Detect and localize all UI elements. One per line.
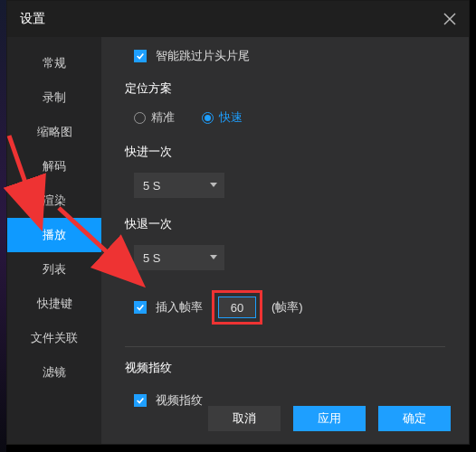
video-fingerprint-label: 视频指纹 <box>156 392 203 409</box>
fast-forward-select[interactable]: 5 S <box>134 173 224 198</box>
positioning-radio-precise-label: 精准 <box>151 109 175 126</box>
footer-buttons: 取消 应用 确定 <box>208 406 451 431</box>
window-title: 设置 <box>20 11 45 27</box>
fast-backward-section: 快退一次 5 S 插入帧率 60 (帧率) <box>125 216 445 328</box>
fast-backward-title: 快退一次 <box>125 216 445 232</box>
settings-window: 设置 常规 录制 缩略图 解码 渲染 播放 列表 快捷键 文件关联 滤镜 智能跳… <box>6 0 470 445</box>
check-icon <box>136 52 145 61</box>
positioning-section: 定位方案 精准 快速 <box>125 80 445 126</box>
sidebar-item-fileassoc[interactable]: 文件关联 <box>7 321 101 355</box>
positioning-radio-fast-label: 快速 <box>219 109 243 126</box>
sidebar-item-playback[interactable]: 播放 <box>7 218 101 252</box>
sidebar-item-render[interactable]: 渲染 <box>7 184 101 218</box>
titlebar: 设置 <box>7 1 469 37</box>
chevron-down-icon <box>210 183 217 187</box>
sidebar-item-list[interactable]: 列表 <box>7 252 101 287</box>
check-icon <box>136 303 145 312</box>
chevron-down-icon <box>210 255 217 259</box>
insert-fps-label: 插入帧率 <box>156 299 203 315</box>
fast-forward-value: 5 S <box>143 179 161 193</box>
insert-fps-highlight: 60 <box>212 290 262 325</box>
ok-button[interactable]: 确定 <box>378 406 451 431</box>
skip-intro-label: 智能跳过片头片尾 <box>156 48 250 64</box>
sidebar-item-decode[interactable]: 解码 <box>7 149 101 184</box>
fast-backward-select[interactable]: 5 S <box>134 245 224 270</box>
positioning-radio-group: 精准 快速 <box>134 109 445 126</box>
close-icon[interactable] <box>442 11 458 27</box>
window-left-edge <box>0 0 6 452</box>
apply-button[interactable]: 应用 <box>293 406 366 431</box>
insert-fps-checkbox[interactable] <box>134 301 147 314</box>
radio-icon <box>202 112 214 124</box>
radio-icon <box>134 112 146 124</box>
positioning-radio-precise[interactable]: 精准 <box>134 109 175 126</box>
insert-fps-row: 插入帧率 60 (帧率) <box>134 287 445 328</box>
divider <box>125 346 445 347</box>
check-icon <box>136 396 145 405</box>
sidebar-item-hotkeys[interactable]: 快捷键 <box>7 287 101 321</box>
content-panel: 智能跳过片头片尾 定位方案 精准 快速 快进一次 <box>101 37 469 444</box>
cancel-button[interactable]: 取消 <box>208 406 281 431</box>
fast-forward-title: 快进一次 <box>125 144 445 160</box>
video-fingerprint-checkbox[interactable] <box>134 394 147 407</box>
positioning-title: 定位方案 <box>125 80 445 97</box>
insert-fps-input[interactable]: 60 <box>218 297 256 318</box>
sidebar-item-general[interactable]: 常规 <box>7 46 101 80</box>
sidebar-item-record[interactable]: 录制 <box>7 80 101 115</box>
skip-intro-checkbox[interactable] <box>134 50 147 62</box>
insert-fps-unit: (帧率) <box>271 299 303 315</box>
sidebar: 常规 录制 缩略图 解码 渲染 播放 列表 快捷键 文件关联 滤镜 <box>7 37 101 444</box>
skip-intro-outro-row: 智能跳过片头片尾 <box>134 44 445 68</box>
video-fingerprint-title: 视频指纹 <box>125 360 445 376</box>
positioning-radio-fast[interactable]: 快速 <box>202 109 243 126</box>
sidebar-item-filter[interactable]: 滤镜 <box>7 355 101 390</box>
window-body: 常规 录制 缩略图 解码 渲染 播放 列表 快捷键 文件关联 滤镜 智能跳过片头… <box>7 37 469 444</box>
sidebar-item-thumbnail[interactable]: 缩略图 <box>7 115 101 149</box>
fast-backward-value: 5 S <box>143 251 161 265</box>
fast-forward-section: 快进一次 5 S <box>125 144 445 198</box>
video-fingerprint-section: 视频指纹 视频指纹 <box>125 360 445 412</box>
